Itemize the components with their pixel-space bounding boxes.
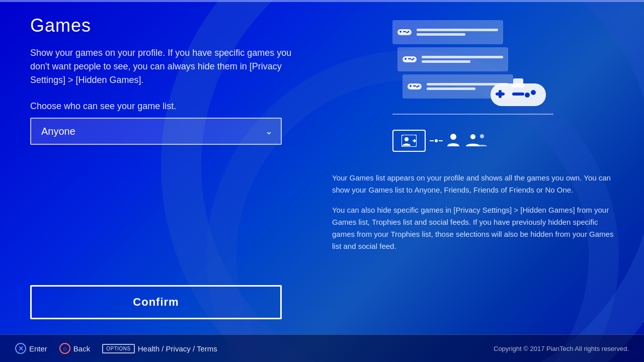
info-text-block: Your Games list appears on your profile …	[332, 172, 614, 252]
connector	[430, 139, 443, 142]
back-label: Back	[73, 344, 90, 353]
svg-point-22	[525, 93, 530, 98]
game-card-1	[392, 20, 503, 44]
copyright-text: Copyright © 2017 PianTech All rights res…	[494, 345, 629, 352]
gamepad-icon-3	[408, 82, 422, 91]
enter-label: Enter	[29, 344, 47, 353]
svg-point-27	[405, 137, 409, 141]
group-people-icon	[466, 132, 487, 149]
info-paragraph-2: You can also hide specific games in [Pri…	[332, 204, 614, 252]
description-text: Show your games on your profile. If you …	[30, 46, 292, 87]
nav-hints: ✕ Enter ○ Back OPTIONS Health / Privacy …	[15, 343, 217, 354]
gamepad-icon-1	[397, 28, 412, 37]
choose-label: Choose who can see your game list.	[30, 101, 312, 112]
svg-rect-17	[413, 85, 416, 86]
svg-rect-25	[513, 78, 523, 84]
divider	[392, 114, 553, 115]
svg-point-29	[450, 134, 456, 140]
circle-button-icon: ○	[59, 343, 70, 354]
card-line-short	[417, 33, 465, 36]
svg-rect-23	[512, 93, 524, 96]
bottom-bar: ✕ Enter ○ Back OPTIONS Health / Privacy …	[0, 334, 644, 362]
games-illustration	[392, 20, 553, 152]
x-button-icon: ✕	[15, 343, 26, 354]
svg-point-9	[413, 58, 415, 60]
svg-point-31	[480, 134, 484, 138]
single-person-icon	[447, 132, 460, 149]
svg-rect-20	[499, 90, 502, 98]
svg-rect-11	[408, 58, 411, 59]
svg-point-10	[412, 59, 413, 60]
svg-rect-5	[403, 31, 406, 32]
svg-point-21	[531, 90, 536, 95]
svg-point-3	[408, 31, 410, 33]
enter-hint: ✕ Enter	[15, 343, 47, 354]
dropdown-wrapper: Anyone Friends Friends of Friends No One…	[30, 118, 282, 145]
svg-rect-8	[405, 58, 406, 60]
confirm-button[interactable]: Confirm	[30, 285, 282, 319]
card-line-short	[427, 87, 475, 90]
svg-point-15	[418, 85, 420, 87]
svg-point-16	[417, 86, 418, 87]
right-panel: Your Games list appears on your profile …	[332, 15, 614, 324]
back-hint: ○ Back	[59, 343, 90, 354]
info-paragraph-1: Your Games list appears on your profile …	[332, 172, 614, 196]
anyone-box	[392, 130, 426, 152]
svg-rect-14	[410, 85, 411, 87]
card-lines-1	[417, 29, 498, 36]
svg-rect-2	[400, 31, 401, 33]
large-controller-icon	[488, 73, 548, 114]
person-with-arrow-icon	[401, 135, 417, 147]
card-line-short	[422, 60, 470, 63]
left-panel: Games Show your games on your profile. I…	[30, 15, 332, 324]
game-cards	[392, 20, 553, 99]
options-button-icon: OPTIONS	[102, 344, 135, 353]
visibility-dropdown[interactable]: Anyone Friends Friends of Friends No One	[30, 118, 282, 145]
audience-selector	[392, 130, 553, 152]
svg-point-4	[407, 32, 408, 33]
svg-point-30	[470, 134, 475, 139]
card-line	[422, 56, 503, 58]
options-label: Health / Privacy / Terms	[138, 344, 217, 353]
game-card-3	[403, 74, 513, 99]
game-card-2	[397, 47, 508, 71]
card-lines-2	[422, 56, 503, 63]
card-line	[417, 29, 498, 31]
options-hint: OPTIONS Health / Privacy / Terms	[102, 344, 217, 353]
page-title: Games	[30, 15, 312, 36]
gamepad-icon-2	[403, 55, 417, 64]
